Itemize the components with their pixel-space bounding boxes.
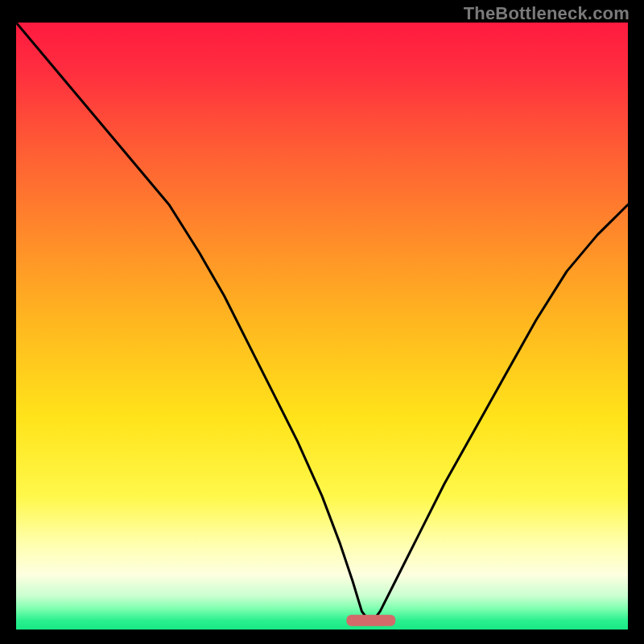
chart-plot — [16, 23, 628, 630]
optimum-marker — [346, 615, 395, 626]
chart-frame: TheBottleneck.com — [0, 0, 644, 644]
gradient-background — [16, 23, 628, 630]
watermark-text: TheBottleneck.com — [464, 3, 630, 24]
